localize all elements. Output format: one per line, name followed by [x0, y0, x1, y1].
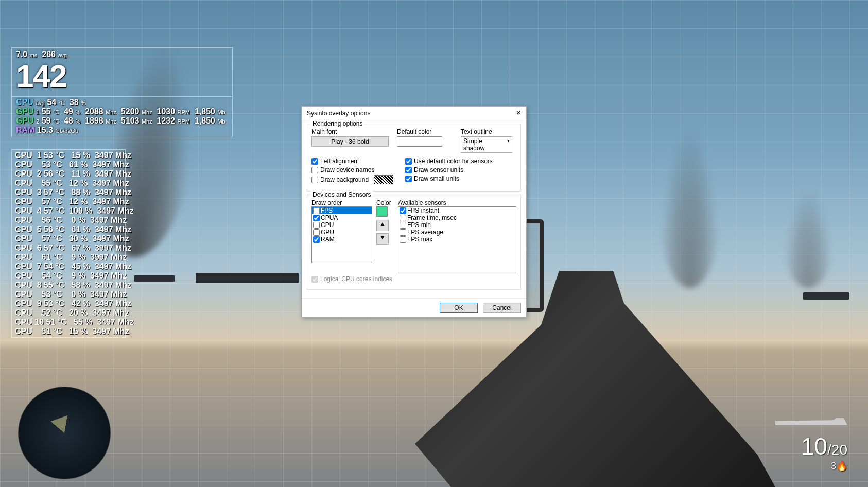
logical-cores-checkbox: Logical CPU cores indices — [311, 275, 516, 283]
dialog-title: Sysinfo overlay options — [307, 110, 370, 117]
dialog-titlebar[interactable]: Sysinfo overlay options ✕ — [302, 107, 526, 120]
move-up-button[interactable]: ▲ — [376, 220, 389, 231]
color-label: Color — [376, 199, 391, 206]
sensor-item[interactable]: Frame time, msec — [398, 214, 516, 221]
draw-background-checkbox[interactable]: Draw background — [311, 175, 397, 184]
available-sensors-listbox[interactable]: FPS instantFrame time, msecFPS minFPS av… — [398, 206, 516, 272]
text-outline-select[interactable]: Simple shadow — [461, 136, 512, 153]
rendering-options-group: Rendering options Main font Play - 36 bo… — [307, 124, 521, 192]
sensor-item[interactable]: FPS instant — [398, 207, 516, 214]
order-item[interactable]: CPUA — [312, 214, 372, 221]
minimap — [18, 387, 111, 479]
ammo-counter: 10/20 3🔥 — [801, 432, 847, 472]
move-down-button[interactable]: ▼ — [376, 233, 389, 245]
sensor-item[interactable]: FPS average — [398, 229, 516, 236]
smoke-plume — [659, 124, 721, 288]
close-icon[interactable]: ✕ — [515, 110, 522, 117]
left-alignment-checkbox[interactable]: Left alignment — [311, 158, 397, 165]
sensor-item[interactable]: FPS min — [398, 221, 516, 229]
ammo-current: 10 — [801, 433, 827, 460]
ammo-sub: 3🔥 — [801, 460, 847, 472]
order-item[interactable]: FPS — [312, 207, 372, 214]
text-outline-label: Text outline — [461, 128, 516, 135]
order-item[interactable]: GPU — [312, 229, 372, 236]
draw-order-listbox[interactable]: FPSCPUACPUGPURAM — [311, 206, 372, 263]
sysinfo-options-dialog: Sysinfo overlay options ✕ Rendering opti… — [301, 106, 527, 318]
main-font-button[interactable]: Play - 36 bold — [311, 136, 389, 147]
default-color-label: Default color — [397, 128, 453, 135]
draw-order-label: Draw order — [311, 199, 342, 206]
draw-device-names-checkbox[interactable]: Draw device names — [311, 166, 397, 173]
default-color-swatch[interactable] — [397, 136, 442, 147]
available-sensors-label: Available sensors — [398, 199, 446, 206]
ship-silhouette — [196, 273, 299, 283]
sensor-item[interactable]: FPS max — [398, 236, 516, 243]
fps-value: 142 — [16, 60, 228, 92]
main-font-label: Main font — [311, 128, 389, 135]
sensor-color-swatch[interactable] — [376, 206, 388, 217]
smoke-plume — [783, 185, 834, 288]
order-item[interactable]: RAM — [312, 236, 372, 243]
background-pattern-swatch[interactable] — [374, 175, 393, 184]
ok-button[interactable]: OK — [440, 303, 478, 313]
devices-sensors-group: Devices and Sensors Draw order FPSCPUACP… — [307, 195, 521, 290]
performance-overlay: 7.0 ms 266 avg 142 CPU avg 54 °C 38 % GP… — [11, 47, 233, 137]
ship-silhouette — [134, 275, 175, 282]
ship-silhouette — [803, 292, 849, 300]
ammo-reserve: 20 — [831, 442, 847, 458]
cancel-button[interactable]: Cancel — [483, 303, 521, 313]
draw-sensor-units-checkbox[interactable]: Draw sensor units — [405, 166, 516, 173]
weapon-icon — [775, 418, 847, 425]
order-item[interactable]: CPU — [312, 221, 372, 229]
use-default-color-checkbox[interactable]: Use default color for sensors — [405, 158, 516, 165]
draw-small-units-checkbox[interactable]: Draw small units — [405, 175, 516, 182]
cpu-cores-overlay: CPU 1 53 °C 15 % 3497 MhzCPU 53 °C 61 % … — [11, 149, 126, 338]
